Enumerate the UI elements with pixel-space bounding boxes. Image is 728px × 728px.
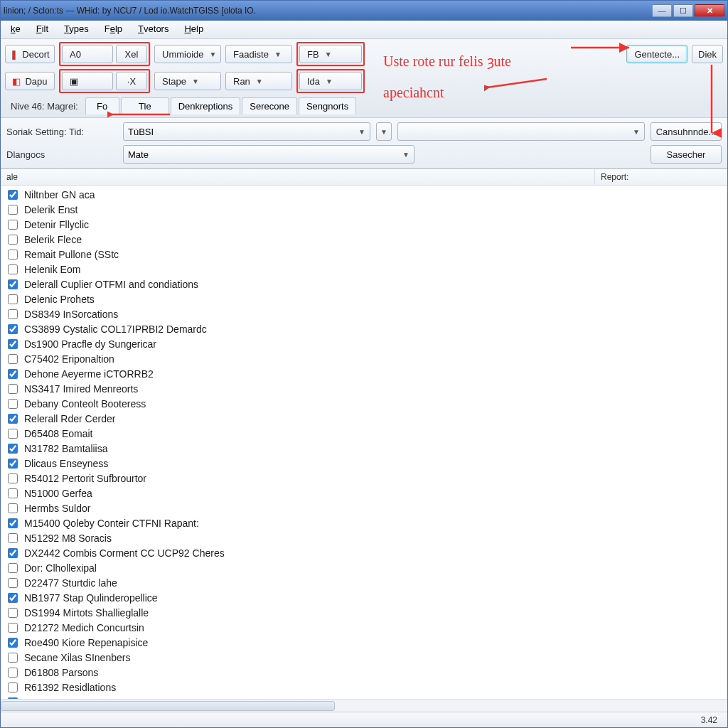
item-checkbox[interactable] [8,638,18,648]
a0-field[interactable]: A0 [62,45,113,63]
item-checkbox[interactable] [8,593,18,603]
item-checkbox[interactable] [8,623,18,633]
list-item[interactable]: Delerall Cuplier OTFMI and condiations [2,277,726,291]
item-checkbox[interactable] [8,518,18,528]
list-item[interactable]: Relerall Rder Cerder [2,411,726,426]
dapu-button[interactable]: ◧ Dapu [5,72,55,90]
item-checkbox[interactable] [8,264,18,274]
faadiste-dropdown[interactable]: Faadiste▼ [225,45,292,63]
list-item[interactable]: N31782 Bamtaliisa [2,441,726,456]
maximize-button[interactable]: ☐ [673,4,693,17]
tab-tle[interactable]: Tle [121,97,169,114]
gentecte-button[interactable]: Gentecte... [626,45,687,63]
item-checkbox[interactable] [8,205,18,215]
list-item[interactable]: Helenik Eom [2,262,726,277]
ummioide-dropdown[interactable]: Ummioide▼ [154,45,221,63]
item-checkbox[interactable] [8,578,18,588]
item-checkbox[interactable] [8,250,18,259]
list-item[interactable]: DS1994 Mirtots Shallieglalle [2,605,726,620]
tab-fo[interactable]: Fo [85,97,119,114]
list-item[interactable]: N51292 M8 Soracis [2,530,726,545]
fb-dropdown[interactable]: FB▼ [299,45,362,63]
horizontal-scrollbar[interactable] [1,699,727,712]
mate-combo[interactable]: Mate▼ [123,145,414,164]
list-item[interactable]: Remait Pullone (SStc [2,247,726,262]
minimize-button[interactable]: — [652,4,672,17]
list-item[interactable]: D22477 Sturtdic lahe [2,575,726,590]
list-item[interactable]: D21272 Medich Concurtsin [2,620,726,635]
item-checkbox[interactable] [8,369,18,379]
titlebar[interactable]: linion; / Sclon:ts — WHid: by NCU7 / Lod… [1,1,727,21]
col-report[interactable]: Report: [595,169,727,185]
item-checkbox[interactable] [8,309,18,319]
item-checkbox[interactable] [8,190,18,200]
menu-ke[interactable]: ke [4,21,28,38]
secondary-combo[interactable]: ▼ [397,122,645,141]
cansuhnnde-button[interactable]: Cansuhnnde... [651,122,722,141]
stape-dropdown[interactable]: Stape▼ [154,72,221,90]
list-item[interactable]: Delenic Prohets [2,291,726,306]
item-list[interactable]: Niltnber GN acaDelerik EnstDetenir Fllyc… [1,186,727,699]
item-checkbox[interactable] [8,548,18,558]
item-checkbox[interactable] [8,235,18,245]
close-button[interactable]: ✕ [695,4,724,17]
item-checkbox[interactable] [8,444,18,454]
item-checkbox[interactable] [8,399,18,409]
tab-serecone[interactable]: Serecone [242,97,297,114]
item-checkbox[interactable] [8,563,18,573]
list-item[interactable]: M15400 Qoleby Conteir CTFNI Rapant: [2,515,726,530]
item-checkbox[interactable] [8,414,18,424]
ida-dropdown[interactable]: Ida▼ [299,72,362,90]
item-checkbox[interactable] [8,533,18,543]
list-item[interactable]: Dor: Clhollexipal [2,560,726,575]
item-checkbox[interactable] [8,608,18,618]
list-item[interactable]: Detenir Fllyclic [2,217,726,232]
tab-sengnorts[interactable]: Sengnorts [299,97,356,114]
list-item[interactable]: DS8349 InSorcations [2,306,726,321]
list-item[interactable]: Secane Xilas SInenbers [2,650,726,665]
menu-types[interactable]: Types [57,21,96,38]
menu-tvetors[interactable]: Tvetors [131,21,176,38]
item-checkbox[interactable] [8,488,18,498]
item-checkbox[interactable] [8,339,18,349]
item-checkbox[interactable] [8,384,18,394]
list-item[interactable]: Dehone Aeyerme iCTORRB2 [2,366,726,381]
item-checkbox[interactable] [8,220,18,230]
tid-combo[interactable]: TùBSI▼ [123,122,370,141]
item-checkbox[interactable] [8,668,18,678]
list-item[interactable]: Roe490 Kiore Repenapisice [2,635,726,650]
item-checkbox[interactable] [8,473,18,483]
box-field[interactable]: ▣ [62,72,113,90]
list-item[interactable]: NS3417 Imired Menreorts [2,381,726,396]
scroll-thumb[interactable] [1,701,335,711]
decort-button[interactable]: ❚ Decort [5,45,55,63]
list-item[interactable]: Debany Conteolt Booteress [2,396,726,411]
list-item[interactable]: Ds1900 Pracfle dy Sungericar [2,336,726,351]
menu-help[interactable]: Help [177,21,210,38]
item-checkbox[interactable] [8,279,18,289]
list-item[interactable]: Niltnber GN aca [2,187,726,202]
list-item[interactable]: D61808 Parsons [2,665,726,680]
clear-button[interactable]: ·X [116,72,147,90]
diek-button[interactable]: Diek [692,45,723,63]
list-item[interactable]: D65408 Eomait [2,426,726,441]
item-checkbox[interactable] [8,653,18,663]
list-item[interactable]: Delerik Enst [2,202,726,217]
list-item[interactable]: R61392 Residlations [2,680,726,695]
ran-dropdown[interactable]: Ran▼ [225,72,292,90]
list-item[interactable]: CS3899 Cystalic COL17IPRBI2 Demardc [2,321,726,336]
menu-filt[interactable]: Filt [29,21,55,38]
tab-denkreptions[interactable]: Denkreptions [171,97,241,114]
list-item[interactable]: Dlicaus Enseyness [2,456,726,471]
xel-button[interactable]: Xel [116,45,147,63]
list-item[interactable]: Belerik Flece [2,232,726,247]
tid-extra-dropdown[interactable]: ▼ [376,122,392,141]
list-item[interactable]: N51000 Gerfea [2,486,726,500]
item-checkbox[interactable] [8,324,18,334]
list-item[interactable]: R54012 Pertorit Sufbrourtor [2,471,726,486]
list-item[interactable]: C75402 Eriponaltion [2,351,726,366]
item-checkbox[interactable] [8,354,18,364]
menu-felp[interactable]: Felp [97,21,129,38]
item-checkbox[interactable] [8,459,18,469]
sasecher-button[interactable]: Sasecher [651,145,722,164]
